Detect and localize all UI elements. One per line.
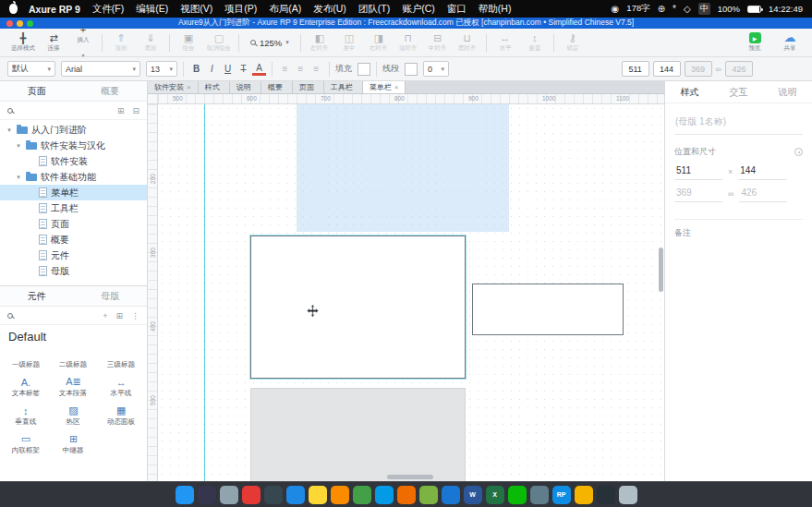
toolbar-button[interactable]: ↔ 水平 <box>491 31 520 54</box>
width-field-panel[interactable]: 511 <box>674 163 722 180</box>
toolbar-button[interactable]: ⇓ 底层 <box>136 31 165 54</box>
rectangle-widget-selected[interactable] <box>250 235 466 379</box>
x-position-field[interactable]: 511 <box>622 61 649 77</box>
document-tab[interactable]: 菜单栏 × <box>363 81 406 93</box>
dock-app-icon[interactable] <box>619 486 637 504</box>
canvas-vertical-scrollbar[interactable] <box>659 247 663 292</box>
menu-item[interactable]: 账户(C) <box>402 3 435 16</box>
widgets-action-icon[interactable]: + <box>103 311 107 320</box>
toolbar-button[interactable] <box>553 34 554 52</box>
dock-app-icon[interactable] <box>286 486 305 504</box>
dock-app-icon[interactable] <box>530 486 549 504</box>
toolbar-button[interactable]: + 插入 <box>68 23 98 62</box>
document-tab[interactable]: 软件安装 × <box>148 81 199 93</box>
dock-app-icon[interactable]: W <box>464 486 482 504</box>
page-tree-item[interactable]: 工具栏 <box>0 200 147 216</box>
toolbar-button[interactable]: ◨ 右对齐 <box>364 31 394 54</box>
menu-item[interactable]: 项目(P) <box>224 3 257 16</box>
gray-rectangle-widget[interactable] <box>250 388 466 481</box>
x-field-panel[interactable]: 369 <box>674 186 722 202</box>
toolbar-button[interactable]: ╋ 选择模式 <box>7 31 39 54</box>
toolbar-button[interactable]: ▣ 组合 <box>174 31 203 54</box>
widget-item[interactable]: 二级标题 <box>50 344 98 373</box>
page-tree-item[interactable]: 菜单栏 <box>0 185 147 200</box>
font-size-dropdown[interactable]: 13 <box>146 61 177 77</box>
dock-app-icon[interactable] <box>331 486 349 504</box>
y-field-panel[interactable]: 426 <box>739 186 787 202</box>
page-tree-item[interactable]: ▾ 软件安装与汉化 <box>0 138 147 153</box>
widget-item[interactable]: ↔ 水平线 <box>97 373 145 402</box>
tree-caret-icon[interactable]: ▾ <box>6 127 13 134</box>
dock-app-icon[interactable]: X <box>486 486 504 504</box>
menu-item[interactable]: 布局(A) <box>269 3 301 16</box>
text-style-button[interactable]: B <box>189 62 203 77</box>
dock-app-icon[interactable] <box>397 486 416 504</box>
tree-caret-icon[interactable]: ▾ <box>15 174 22 181</box>
toolbar-button[interactable] <box>300 34 301 52</box>
status-icon[interactable]: ◉ <box>612 4 620 14</box>
widget-item[interactable]: A≣ 文本段落 <box>50 373 98 402</box>
pages-panel-tab[interactable]: 概要 <box>74 81 148 101</box>
pages-panel-tab[interactable]: 页面 <box>0 81 74 101</box>
line-color-swatch[interactable] <box>405 63 418 76</box>
menu-bar-clock[interactable]: 14:22:49 <box>769 4 803 14</box>
dock-app-icon[interactable] <box>242 486 261 504</box>
apple-menu-icon[interactable] <box>9 4 18 14</box>
zoom-control[interactable]: 125% <box>250 38 289 48</box>
width-field-toolbar[interactable]: 369 <box>685 61 712 77</box>
y-position-field[interactable]: 144 <box>653 61 681 77</box>
inspector-tab[interactable]: 样式 <box>665 81 714 103</box>
text-align-button[interactable]: ≡ <box>294 62 308 77</box>
document-tab[interactable]: 页面 <box>293 81 324 93</box>
menu-item[interactable]: 窗口 <box>447 3 467 16</box>
line-width-dropdown[interactable]: 0 <box>423 61 449 77</box>
document-tab[interactable]: 说明 <box>230 81 261 93</box>
page-tree-item[interactable]: 元件 <box>0 247 147 263</box>
text-style-button[interactable]: T <box>236 62 250 77</box>
toolbar-button[interactable]: ▢ 取消组合 <box>203 31 235 54</box>
toolbar-button[interactable]: ⊟ 中对齐 <box>423 31 453 54</box>
dock-app-icon[interactable] <box>264 486 283 504</box>
text-align-button[interactable]: ≡ <box>278 62 292 77</box>
preview-button[interactable]: 预览 <box>740 31 770 54</box>
page-tree-item[interactable]: 概要 <box>0 232 147 247</box>
document-tab[interactable]: 工具栏 <box>324 81 363 93</box>
widget-item[interactable]: ▨ 热区 <box>50 402 98 430</box>
menu-item[interactable]: 文件(F) <box>92 3 124 16</box>
menu-item[interactable]: 团队(T) <box>358 3 390 16</box>
design-canvas[interactable] <box>158 104 664 481</box>
inspector-tab[interactable]: 说明 <box>763 81 812 103</box>
toolbar-button[interactable]: ⊓ 顶对齐 <box>394 31 423 54</box>
toolbar-button[interactable]: ↕ 垂直 <box>520 31 550 54</box>
toolbar-button[interactable]: ⊔ 底对齐 <box>453 31 482 54</box>
page-tree-item[interactable]: 母版 <box>0 263 147 279</box>
dock-app-icon[interactable] <box>220 486 238 504</box>
widgets-panel-tab[interactable]: 母版 <box>74 286 148 306</box>
inspector-tab[interactable]: 交互 <box>714 81 763 103</box>
page-tree-item[interactable]: 页面 <box>0 216 147 232</box>
text-align-button[interactable]: ≡ <box>309 62 323 77</box>
widget-item[interactable]: ▦ 动态面板 <box>97 402 145 430</box>
toolbar-button[interactable]: ⇑ 顶层 <box>106 31 136 54</box>
status-icon[interactable]: ◇ <box>684 4 691 14</box>
toolbar-button[interactable] <box>486 34 487 52</box>
input-method-icon[interactable]: 中 <box>698 3 710 15</box>
widget-library-name[interactable]: Default <box>0 325 147 344</box>
toolbar-button[interactable]: ⇄ 连接 <box>39 31 68 54</box>
visibility-eye-icon[interactable] <box>794 148 803 156</box>
page-tree-item[interactable]: ▾ 软件基础功能 <box>0 169 147 185</box>
app-name-menu[interactable]: Axure RP 9 <box>29 4 80 15</box>
text-style-button[interactable]: I <box>205 62 219 77</box>
menu-item[interactable]: 帮助(H) <box>479 3 512 16</box>
widget-item[interactable]: ↕ 垂直线 <box>2 402 50 430</box>
dock-app-icon[interactable] <box>176 486 194 504</box>
height-field-panel[interactable]: 144 <box>738 163 786 180</box>
page-tree-item[interactable]: ▾ 从入门到进阶 <box>0 122 147 138</box>
dock-app-icon[interactable] <box>198 486 216 504</box>
tab-close-icon[interactable]: × <box>394 83 399 91</box>
toolbar-button[interactable]: ⚷ 锁定 <box>558 31 588 54</box>
canvas-horizontal-scrollbar[interactable] <box>387 475 433 479</box>
dock-app-icon[interactable] <box>309 486 327 504</box>
toolbar-button[interactable] <box>169 34 170 52</box>
toolbar-button[interactable] <box>102 34 103 52</box>
